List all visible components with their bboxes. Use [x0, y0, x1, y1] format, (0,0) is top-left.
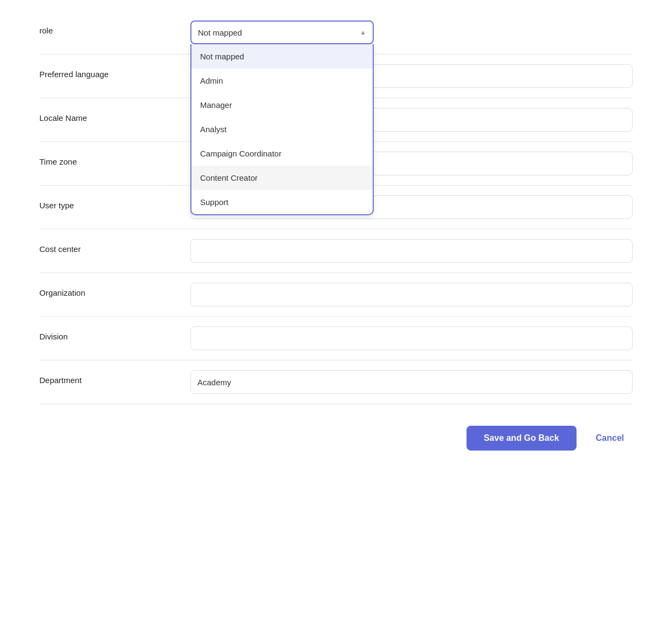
cost-center-input-wrap	[190, 239, 633, 263]
role-dropdown-trigger[interactable]: Not mapped ▲	[190, 21, 374, 44]
organization-row: Organization	[39, 273, 633, 317]
dropdown-option-not-mapped[interactable]: Not mapped	[191, 44, 373, 69]
department-row: Department	[39, 360, 633, 404]
dropdown-option-admin[interactable]: Admin	[191, 69, 373, 93]
cost-center-row: Cost center	[39, 229, 633, 273]
cost-center-input[interactable]	[190, 239, 633, 263]
dropdown-option-manager[interactable]: Manager	[191, 93, 373, 117]
role-selected-value: Not mapped	[198, 28, 242, 37]
preferred-language-label: Preferred language	[39, 64, 190, 79]
department-label: Department	[39, 370, 190, 385]
role-dropdown-wrap: Not mapped ▲ Not mapped Admin Manager An…	[190, 21, 633, 44]
division-row: Division	[39, 317, 633, 360]
form-container: role Not mapped ▲ Not mapped Admin Manag…	[39, 11, 633, 461]
time-zone-label: Time zone	[39, 152, 190, 166]
division-label: Division	[39, 326, 190, 341]
dropdown-arrow-icon: ▲	[360, 29, 366, 36]
role-label: role	[39, 21, 190, 35]
cancel-button[interactable]: Cancel	[587, 426, 633, 451]
save-and-go-back-button[interactable]: Save and Go Back	[467, 426, 577, 451]
division-input-wrap	[190, 326, 633, 350]
organization-input-wrap	[190, 283, 633, 306]
user-type-label: User type	[39, 195, 190, 210]
department-input-wrap	[190, 370, 633, 394]
role-dropdown-menu: Not mapped Admin Manager Analyst Campaig…	[190, 44, 374, 215]
button-row: Save and Go Back Cancel	[39, 404, 633, 461]
department-input[interactable]	[190, 370, 633, 394]
role-input-wrap: Not mapped ▲ Not mapped Admin Manager An…	[190, 21, 633, 44]
role-row: role Not mapped ▲ Not mapped Admin Manag…	[39, 11, 633, 54]
dropdown-option-support[interactable]: Support	[191, 190, 373, 214]
dropdown-option-campaign-coordinator[interactable]: Campaign Coordinator	[191, 141, 373, 166]
organization-label: Organization	[39, 283, 190, 297]
dropdown-option-content-creator[interactable]: Content Creator	[191, 166, 373, 190]
locale-name-label: Locale Name	[39, 108, 190, 122]
cost-center-label: Cost center	[39, 239, 190, 254]
dropdown-option-analyst[interactable]: Analyst	[191, 117, 373, 141]
division-input[interactable]	[190, 326, 633, 350]
organization-input[interactable]	[190, 283, 633, 306]
